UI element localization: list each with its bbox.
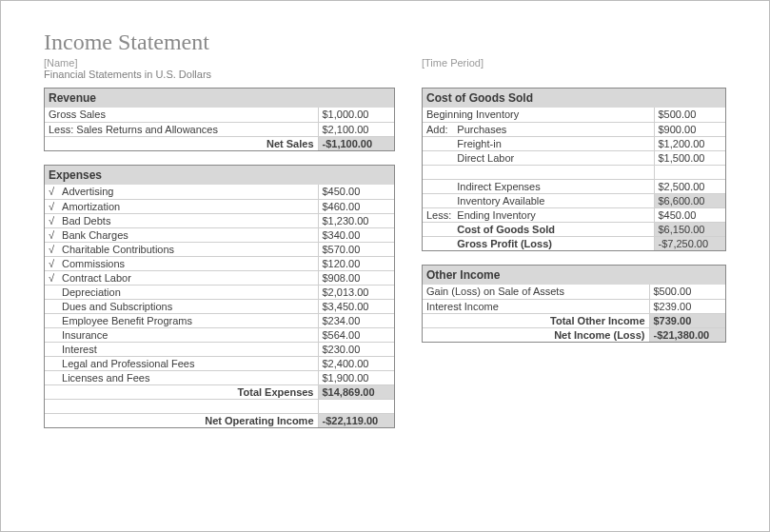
other-income-block: Other Income Gain (Loss) on Sale of Asse…	[422, 265, 726, 343]
expense-label: Advertising	[58, 185, 318, 199]
expense-row: √Bad Debts$1,230.00	[45, 213, 394, 227]
expense-mark	[45, 356, 58, 370]
cogs-purchases-row: Add: Purchases $900.00	[423, 122, 725, 136]
expense-row: Depreciation$2,013.00	[45, 285, 394, 299]
expense-mark: √	[45, 227, 58, 242]
expense-label: Amortization	[58, 199, 318, 213]
net-operating-income-value: -$22,119.00	[318, 413, 394, 427]
revenue-row-net-sales: Net Sales -$1,100.00	[45, 136, 394, 150]
interest-income-row: Interest Income $239.00	[423, 299, 725, 313]
cogs-direct-labor-row: Direct Labor $1,500.00	[423, 150, 725, 165]
expense-label: Commissions	[58, 256, 318, 270]
expense-mark	[45, 313, 58, 327]
gross-sales-label: Gross Sales	[45, 108, 318, 122]
revenue-block: Revenue Gross Sales $1,000.00 Less: Sale…	[44, 88, 395, 151]
total-other-income-row: Total Other Income $739.00	[423, 313, 725, 327]
expense-row: √Charitable Contributions$570.00	[45, 242, 394, 256]
expense-row: Interest$230.00	[45, 342, 394, 356]
expense-label: Dues and Subscriptions	[58, 299, 318, 313]
expense-row: Dues and Subscriptions$3,450.00	[45, 299, 394, 313]
expense-row: √Amortization$460.00	[45, 199, 394, 213]
expense-mark: √	[45, 242, 58, 256]
subheader: Financial Statements in U.S. Dollars	[44, 69, 422, 80]
name-placeholder: [Name]	[44, 57, 422, 69]
returns-value: $2,100.00	[318, 122, 394, 136]
net-sales-label: Net Sales	[45, 136, 318, 150]
total-expenses-label: Total Expenses	[45, 384, 318, 399]
expense-mark	[45, 299, 58, 313]
revenue-header: Revenue	[45, 89, 394, 108]
expenses-header: Expenses	[45, 166, 394, 185]
inv-avail-label: Inventory Available	[455, 193, 654, 207]
expense-blank-row	[45, 399, 394, 413]
expense-row: √Advertising$450.00	[45, 185, 394, 199]
expense-value: $564.00	[318, 327, 394, 342]
expense-value: $1,900.00	[318, 370, 394, 384]
begin-inv-value2: $500.00	[654, 108, 725, 122]
expense-label: Bank Charges	[58, 227, 318, 242]
net-income-label: Net Income (Loss)	[423, 327, 649, 342]
expense-mark: √	[45, 213, 58, 227]
expense-value: $3,450.00	[318, 299, 394, 313]
expense-value: $340.00	[318, 227, 394, 242]
expense-value: $570.00	[318, 242, 394, 256]
expense-value: $1,230.00	[318, 213, 394, 227]
expense-row: Insurance$564.00	[45, 327, 394, 342]
cogs-gross-profit-row: Gross Profit (Loss) -$7,250.00	[423, 236, 725, 250]
indirect-value: $2,500.00	[654, 179, 725, 193]
time-period-placeholder: [Time Period]	[422, 57, 726, 69]
expense-mark: √	[45, 256, 58, 270]
net-income-row: Net Income (Loss) -$21,380.00	[423, 327, 725, 342]
gain-value: $500.00	[649, 285, 725, 299]
expense-value: $460.00	[318, 199, 394, 213]
add-label: Add:	[423, 122, 455, 136]
net-operating-income-label: Net Operating Income	[45, 413, 318, 427]
expense-label: Charitable Contributions	[58, 242, 318, 256]
freight-value: $1,200.00	[654, 136, 725, 150]
income-statement-page: Income Statement [Name] Financial Statem…	[0, 0, 770, 532]
cogs-block: Cost of Goods Sold Beginning Inventory $…	[422, 88, 726, 251]
expense-label: Contract Labor	[58, 270, 318, 285]
expense-value: $234.00	[318, 313, 394, 327]
cogs-total-row: Cost of Goods Sold $6,150.00	[423, 222, 725, 236]
page-title: Income Statement	[44, 30, 726, 55]
cogs-end-inv-row: Less: Ending Inventory $450.00	[423, 207, 725, 222]
gross-sales-value: $1,000.00	[318, 108, 394, 122]
other-income-header: Other Income	[423, 266, 725, 285]
gain-row: Gain (Loss) on Sale of Assets $500.00	[423, 285, 725, 299]
expenses-block: Expenses √Advertising$450.00√Amortizatio…	[44, 165, 395, 428]
expense-value: $120.00	[318, 256, 394, 270]
cogs-total-label: Cost of Goods Sold	[455, 222, 654, 236]
indirect-label: Indirect Expenses	[455, 179, 654, 193]
expense-mark: √	[45, 199, 58, 213]
net-sales-value: -$1,100.00	[318, 136, 394, 150]
expense-row: √Contract Labor$908.00	[45, 270, 394, 285]
expense-value: $230.00	[318, 342, 394, 356]
expense-value: $2,400.00	[318, 356, 394, 370]
expense-mark	[45, 370, 58, 384]
expense-row: Legal and Professional Fees$2,400.00	[45, 356, 394, 370]
direct-labor-label: Direct Labor	[455, 150, 654, 165]
direct-labor-value: $1,500.00	[654, 150, 725, 165]
expense-row: √Commissions$120.00	[45, 256, 394, 270]
total-expenses-row: Total Expenses$14,869.00	[45, 384, 394, 399]
gross-profit-label: Gross Profit (Loss)	[455, 236, 654, 250]
revenue-row-gross-sales: Gross Sales $1,000.00	[45, 108, 394, 122]
expense-label: Employee Benefit Programs	[58, 313, 318, 327]
total-other-income-label: Total Other Income	[423, 313, 649, 327]
cogs-freight-row: Freight-in $1,200.00	[423, 136, 725, 150]
net-operating-income-row: Net Operating Income-$22,119.00	[45, 413, 394, 427]
expense-value: $2,013.00	[318, 285, 394, 299]
gross-profit-value: -$7,250.00	[654, 236, 725, 250]
expense-label: Insurance	[58, 327, 318, 342]
expense-value: $908.00	[318, 270, 394, 285]
revenue-row-returns: Less: Sales Returns and Allowances $2,10…	[45, 122, 394, 136]
expense-mark	[45, 327, 58, 342]
expense-mark	[45, 342, 58, 356]
expense-mark: √	[45, 185, 58, 199]
expense-label: Legal and Professional Fees	[58, 356, 318, 370]
net-income-value: -$21,380.00	[649, 327, 725, 342]
purchases-label: Purchases	[455, 122, 654, 136]
expense-label: Bad Debts	[58, 213, 318, 227]
end-inv-label: Ending Inventory	[455, 207, 654, 222]
